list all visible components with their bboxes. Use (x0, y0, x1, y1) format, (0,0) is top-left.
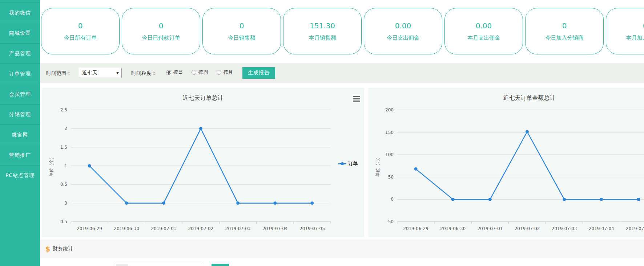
stat-card-6: 0今日加入分销商 (525, 8, 604, 54)
finance-section-header: $ 财务统计 (40, 240, 644, 258)
time-range-select[interactable]: 近七天 ▼ (79, 68, 122, 78)
stat-card-value: 151.30 (310, 22, 335, 29)
svg-text:2019-07-02: 2019-07-02 (188, 226, 214, 231)
time-range-label: 时间范围： (46, 70, 72, 77)
data-point (162, 201, 165, 205)
radio-label: 按日 (173, 69, 183, 75)
sidebar-item-label: PC站点管理 (5, 172, 35, 179)
chart-canvas: -0.500.511.522.52019-06-292019-06-302019… (42, 88, 364, 237)
svg-text:100: 100 (385, 152, 394, 157)
sidebar-item-label: 分销管理 (9, 111, 31, 118)
chevron-down-icon: ▼ (116, 71, 121, 75)
svg-text:2019-07-05: 2019-07-05 (626, 226, 644, 231)
stat-card-value: 0 (159, 22, 164, 29)
sidebar-item-0[interactable]: 我的微信 (0, 3, 40, 23)
stat-card-label: 本月加入分销商 (626, 35, 644, 41)
radio-label: 按周 (198, 69, 208, 75)
sidebar-item-8[interactable]: PC站点管理 (0, 165, 40, 185)
stat-card-1: 0今日已付款订单 (122, 8, 200, 54)
chart-panel-0: 近七天订单总计-0.500.511.522.52019-06-292019-06… (42, 88, 364, 237)
svg-text:1: 1 (64, 163, 67, 168)
svg-text:0: 0 (391, 197, 394, 202)
legend-label: 订单 (348, 160, 358, 167)
bottom-text-input[interactable] (128, 264, 202, 266)
stat-card-value: 0.00 (476, 22, 492, 29)
stat-card-7: 0本月加入分销商 (606, 8, 644, 54)
svg-text:2019-07-02: 2019-07-02 (515, 226, 540, 231)
stat-card-value: 0 (643, 22, 644, 29)
granularity-radio-0[interactable]: 按日 (166, 69, 183, 75)
stat-card-3: 151.30本月销售额 (283, 8, 362, 54)
data-point (637, 198, 640, 201)
sidebar-item-1[interactable]: 商城设置 (0, 23, 40, 44)
sidebar-item-label: 会员管理 (9, 91, 31, 98)
radio-label: 按月 (224, 69, 233, 75)
stat-card-label: 今日加入分销商 (546, 35, 584, 41)
data-point (310, 201, 314, 205)
sidebar-item-label: 我的微信 (9, 10, 31, 16)
stat-card-label: 今日所有订单 (64, 35, 97, 41)
sidebar-item-3[interactable]: 订单管理 (0, 64, 40, 84)
stat-card-value: 0.00 (395, 22, 411, 29)
radio-dot-icon (192, 70, 196, 75)
stat-card-label: 今日已付款订单 (142, 35, 180, 41)
stat-card-2: 0今日销售额 (202, 8, 281, 54)
sidebar-item-label: 产品管理 (9, 50, 31, 57)
sidebar-item-2[interactable]: 产品管理 (0, 44, 40, 64)
sidebar: 我的微信商城设置产品管理订单管理会员管理分销管理微官网营销推广PC站点管理 (0, 0, 40, 266)
svg-text:150: 150 (385, 130, 394, 135)
stat-cards-row: 0今日所有订单0今日已付款订单0今日销售额151.30本月销售额0.00今日支出… (41, 8, 644, 54)
sidebar-item-label: 商城设置 (9, 30, 31, 37)
svg-text:2019-06-30: 2019-06-30 (114, 226, 139, 231)
finance-section-title: 财务统计 (53, 246, 73, 252)
svg-text:50: 50 (388, 175, 394, 180)
granularity-radio-1[interactable]: 按周 (192, 69, 208, 75)
sidebar-item-label: 微官网 (12, 132, 28, 138)
input-addon (116, 264, 128, 266)
stat-card-4: 0.00今日支出佣金 (364, 8, 442, 54)
legend-line-dot-icon (338, 162, 346, 165)
granularity-radio-group: 按日按周按月 (166, 69, 233, 75)
svg-text:单位（个）: 单位（个） (49, 155, 54, 177)
data-point (600, 198, 603, 201)
data-point (563, 198, 566, 201)
stat-card-label: 本月支出佣金 (467, 35, 500, 41)
stat-card-5: 0.00本月支出佣金 (444, 8, 523, 54)
svg-text:2.5: 2.5 (60, 107, 67, 112)
svg-text:200: 200 (385, 107, 394, 112)
sidebar-item-6[interactable]: 微官网 (0, 125, 40, 145)
stat-card-label: 今日销售额 (228, 35, 255, 41)
svg-text:2019-07-04: 2019-07-04 (589, 226, 614, 231)
svg-text:0: 0 (64, 201, 67, 206)
svg-text:2019-06-29: 2019-06-29 (403, 226, 428, 231)
svg-text:2019-06-30: 2019-06-30 (440, 226, 466, 231)
sidebar-item-7[interactable]: 营销推广 (0, 145, 40, 165)
granularity-radio-2[interactable]: 按月 (217, 69, 233, 75)
stat-card-value: 0 (562, 22, 567, 29)
chart-legend[interactable]: 订单 (338, 160, 358, 167)
svg-text:2019-07-03: 2019-07-03 (225, 226, 251, 231)
sidebar-item-4[interactable]: 会员管理 (0, 84, 40, 105)
sidebar-item-label: 营销推广 (9, 152, 31, 159)
data-point (451, 198, 455, 201)
data-point (88, 164, 91, 168)
svg-text:-0.5: -0.5 (59, 219, 67, 224)
svg-text:2019-07-03: 2019-07-03 (552, 226, 577, 231)
svg-text:0.5: 0.5 (60, 182, 67, 187)
generate-report-button[interactable]: 生成报告 (242, 67, 275, 79)
sidebar-top-stub (0, 0, 40, 3)
stat-card-label: 今日支出佣金 (387, 35, 419, 41)
svg-text:2019-06-29: 2019-06-29 (77, 226, 102, 231)
svg-text:2019-07-01: 2019-07-01 (477, 226, 503, 231)
svg-text:-50: -50 (386, 219, 394, 224)
data-point (273, 201, 277, 205)
data-point (199, 127, 202, 130)
dollar-icon: $ (45, 246, 50, 253)
svg-text:2019-07-04: 2019-07-04 (262, 226, 288, 231)
sidebar-item-5[interactable]: 分销管理 (0, 105, 40, 125)
bottom-submit-button[interactable] (212, 264, 229, 266)
stat-card-value: 0 (78, 22, 83, 29)
data-point (125, 201, 128, 205)
data-point (526, 130, 529, 133)
svg-text:1.5: 1.5 (60, 145, 67, 150)
